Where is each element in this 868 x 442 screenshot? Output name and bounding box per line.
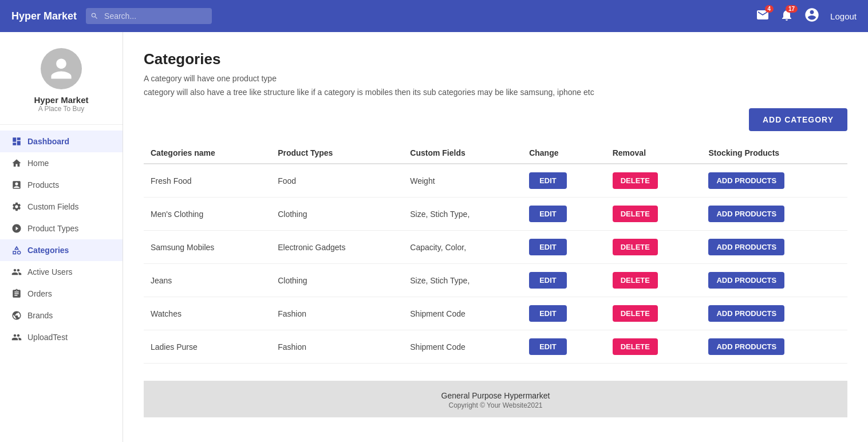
products-icon xyxy=(11,180,22,190)
sidebar-profile: Hyper Market A Place To Buy xyxy=(0,32,123,125)
mail-icon-badge[interactable]: 4 xyxy=(756,8,770,24)
cell-add-products: ADD PRODUCTS xyxy=(701,330,847,364)
cell-product-type: Electronic Gadgets xyxy=(271,231,403,264)
cell-product-type: Clothing xyxy=(271,198,403,231)
table-header-row: Categories name Product Types Custom Fie… xyxy=(144,143,847,164)
table-row: Men's Clothing Clothing Size, Stich Type… xyxy=(144,198,847,231)
col-header-change: Change xyxy=(522,143,606,164)
notification-icon-badge[interactable]: 17 xyxy=(780,8,794,24)
cell-product-type: Fashion xyxy=(271,330,403,364)
table-row: Watches Fashion Shipment Code EDIT DELET… xyxy=(144,297,847,330)
search-input[interactable] xyxy=(86,8,212,24)
add-btn-row: ADD CATEGORY xyxy=(144,108,847,131)
home-icon xyxy=(11,158,22,168)
col-header-name: Categories name xyxy=(144,143,271,164)
categories-table: Categories name Product Types Custom Fie… xyxy=(144,143,847,364)
cell-custom-fields: Weight xyxy=(403,164,522,198)
sidebar-label-brands: Brands xyxy=(27,311,53,320)
delete-button[interactable]: DELETE xyxy=(613,338,658,355)
cell-add-products: ADD PRODUCTS xyxy=(701,164,847,198)
logout-button[interactable]: Logout xyxy=(830,11,857,21)
add-products-button[interactable]: ADD PRODUCTS xyxy=(708,206,784,222)
edit-button[interactable]: EDIT xyxy=(529,338,567,355)
search-icon xyxy=(90,12,98,20)
col-header-stocking: Stocking Products xyxy=(701,143,847,164)
footer-sub: Copyright © Your Website2021 xyxy=(144,401,847,409)
add-category-button[interactable]: ADD CATEGORY xyxy=(749,108,847,131)
cell-add-products: ADD PRODUCTS xyxy=(701,264,847,297)
sidebar-item-product-types[interactable]: Product Types xyxy=(0,218,123,239)
cell-delete: DELETE xyxy=(606,330,702,364)
cell-edit: EDIT xyxy=(522,330,606,364)
cell-product-type: Food xyxy=(271,164,403,198)
page-title: Categories xyxy=(144,50,847,68)
col-header-product-types: Product Types xyxy=(271,143,403,164)
cell-custom-fields: Size, Stich Type, xyxy=(403,198,522,231)
cell-edit: EDIT xyxy=(522,264,606,297)
cell-edit: EDIT xyxy=(522,297,606,330)
delete-button[interactable]: DELETE xyxy=(613,172,658,189)
add-products-button[interactable]: ADD PRODUCTS xyxy=(708,239,784,255)
col-header-custom-fields: Custom Fields xyxy=(403,143,522,164)
cell-product-type: Fashion xyxy=(271,297,403,330)
cell-name: Watches xyxy=(144,297,271,330)
edit-button[interactable]: EDIT xyxy=(529,172,567,189)
sidebar-item-brands[interactable]: Brands xyxy=(0,305,123,326)
page-desc1: A category will have one product type xyxy=(144,74,847,83)
product-types-icon xyxy=(11,223,22,234)
edit-button[interactable]: EDIT xyxy=(529,206,567,222)
orders-icon xyxy=(11,289,22,299)
sidebar-label-product-types: Product Types xyxy=(27,224,78,233)
sidebar-item-dashboard[interactable]: Dashboard xyxy=(0,131,123,152)
sidebar-label-dashboard: Dashboard xyxy=(27,137,69,146)
mail-badge: 4 xyxy=(765,5,774,13)
cell-delete: DELETE xyxy=(606,198,702,231)
sidebar-profile-name: Hyper Market xyxy=(34,95,88,105)
cell-name: Jeans xyxy=(144,264,271,297)
categories-icon xyxy=(11,245,22,255)
sidebar-profile-sub: A Place To Buy xyxy=(38,105,85,113)
edit-button[interactable]: EDIT xyxy=(529,305,567,322)
upload-test-icon xyxy=(11,332,22,342)
edit-button[interactable]: EDIT xyxy=(529,239,567,255)
account-circle-icon xyxy=(804,7,820,23)
sidebar: Hyper Market A Place To Buy Dashboard Ho… xyxy=(0,32,123,442)
sidebar-item-active-users[interactable]: Active Users xyxy=(0,261,123,283)
sidebar-item-orders[interactable]: Orders xyxy=(0,283,123,305)
add-products-button[interactable]: ADD PRODUCTS xyxy=(708,172,784,189)
layout: Hyper Market A Place To Buy Dashboard Ho… xyxy=(0,32,868,442)
edit-button[interactable]: EDIT xyxy=(529,272,567,289)
delete-button[interactable]: DELETE xyxy=(613,305,658,322)
sidebar-item-categories[interactable]: Categories xyxy=(0,239,123,261)
sidebar-item-custom-fields[interactable]: Custom Fields xyxy=(0,196,123,218)
cell-delete: DELETE xyxy=(606,264,702,297)
sidebar-item-products[interactable]: Products xyxy=(0,174,123,196)
col-header-removal: Removal xyxy=(606,143,702,164)
avatar-icon xyxy=(49,56,74,81)
topnav: Hyper Market 4 17 Logout xyxy=(0,0,868,32)
delete-button[interactable]: DELETE xyxy=(613,206,658,222)
table-row: Ladies Purse Fashion Shipment Code EDIT … xyxy=(144,330,847,364)
add-products-button[interactable]: ADD PRODUCTS xyxy=(708,338,784,355)
cell-delete: DELETE xyxy=(606,297,702,330)
page-desc2: category will also have a tree like stru… xyxy=(144,88,847,97)
add-products-button[interactable]: ADD PRODUCTS xyxy=(708,305,784,322)
delete-button[interactable]: DELETE xyxy=(613,272,658,289)
account-icon[interactable] xyxy=(804,7,820,25)
notif-badge: 17 xyxy=(786,5,798,13)
sidebar-label-active-users: Active Users xyxy=(27,267,73,277)
cell-custom-fields: Shipment Code xyxy=(403,330,522,364)
cell-add-products: ADD PRODUCTS xyxy=(701,231,847,264)
sidebar-item-upload-test[interactable]: UploadTest xyxy=(0,326,123,348)
sidebar-item-home[interactable]: Home xyxy=(0,152,123,174)
brands-icon xyxy=(11,310,22,321)
table-row: Samsung Mobiles Electronic Gadgets Capac… xyxy=(144,231,847,264)
avatar xyxy=(41,48,82,89)
custom-fields-icon xyxy=(11,202,22,212)
cell-edit: EDIT xyxy=(522,164,606,198)
cell-name: Men's Clothing xyxy=(144,198,271,231)
search-wrap xyxy=(86,8,212,24)
add-products-button[interactable]: ADD PRODUCTS xyxy=(708,272,784,289)
delete-button[interactable]: DELETE xyxy=(613,239,658,255)
sidebar-nav: Dashboard Home Products Custom Fields Pr… xyxy=(0,125,123,354)
